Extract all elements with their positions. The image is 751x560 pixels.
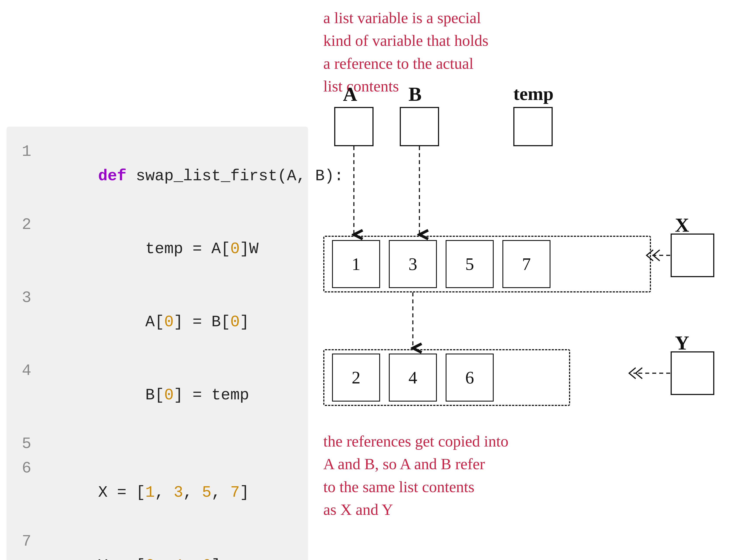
list-x-el-0: 1	[332, 240, 380, 288]
var-label-Y: Y	[675, 332, 689, 354]
var-label-B: B	[408, 83, 422, 105]
code-line-6-text: X = [1, 3, 5, 7]	[41, 456, 249, 529]
list-y-el-1: 4	[389, 354, 437, 402]
var-box-X	[671, 234, 714, 277]
line-num-3: 3	[22, 286, 41, 310]
code-line-2-text: temp = A[0]W	[41, 213, 258, 286]
code-line-7: 7 Y = [2, 4, 6]	[22, 529, 293, 560]
list-y-el-0: 2	[332, 354, 380, 402]
code-line-5: 5	[22, 432, 293, 456]
code-line-1: 1 def swap_list_first(A, B):	[22, 140, 293, 213]
line-num-1: 1	[22, 140, 41, 164]
code-line-3-text: A[0] = B[0]	[41, 286, 249, 359]
line-num-6: 6	[22, 456, 41, 481]
line-num-5: 5	[22, 432, 41, 456]
bottom-annotation: the references get copied into A and B, …	[323, 430, 738, 521]
list-x-el-1: 3	[389, 240, 437, 288]
var-box-B	[400, 107, 439, 146]
list-y-el-2: 6	[446, 354, 494, 402]
code-block: 1 def swap_list_first(A, B): 2 temp = A[…	[6, 126, 308, 560]
code-line-6: 6 X = [1, 3, 5, 7]	[22, 456, 293, 529]
list-x-el-2: 5	[446, 240, 494, 288]
var-box-temp	[513, 107, 553, 146]
var-label-temp: temp	[513, 83, 554, 104]
code-line-5-text	[41, 432, 51, 456]
code-line-7-text: Y = [2, 4, 6]	[41, 529, 221, 560]
code-line-4-text: B[0] = temp	[41, 359, 249, 432]
var-label-X: X	[675, 214, 689, 236]
line-num-4: 4	[22, 359, 41, 383]
code-line-3: 3 A[0] = B[0]	[22, 286, 293, 359]
code-line-1-text: def swap_list_first(A, B):	[41, 140, 344, 213]
var-box-Y	[671, 352, 714, 395]
list-x-el-3: 7	[502, 240, 551, 288]
code-line-2: 2 temp = A[0]W	[22, 213, 293, 286]
line-num-7: 7	[22, 529, 41, 554]
line-num-2: 2	[22, 213, 41, 237]
var-label-A: A	[343, 83, 357, 105]
var-box-A	[334, 107, 373, 146]
code-line-4: 4 B[0] = temp	[22, 359, 293, 432]
